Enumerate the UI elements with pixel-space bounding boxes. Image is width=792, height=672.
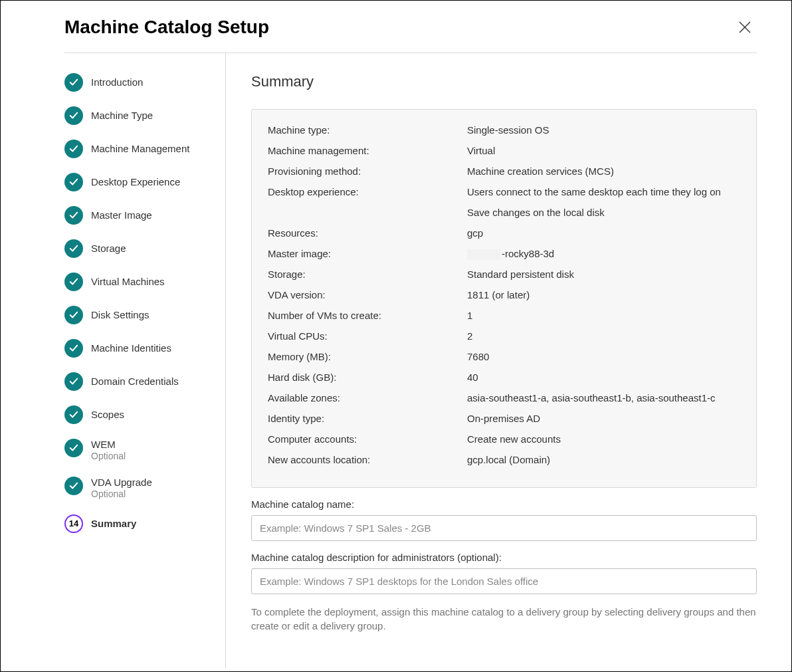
step-title: Scopes xyxy=(91,409,124,421)
summary-row: Provisioning method:Machine creation ser… xyxy=(268,164,740,178)
check-icon xyxy=(64,306,83,324)
summary-row: Available zones:asia-southeast1-a, asia-… xyxy=(268,391,740,405)
step-title: Domain Credentials xyxy=(91,376,179,388)
wizard-step-summary[interactable]: 14Summary xyxy=(64,514,212,533)
check-icon xyxy=(64,173,83,191)
summary-key: Provisioning method: xyxy=(268,164,467,178)
wizard-step-wem[interactable]: WEMOptional xyxy=(64,439,212,462)
summary-panel: Machine type:Single-session OSMachine ma… xyxy=(251,109,757,488)
summary-key: Storage: xyxy=(268,267,467,281)
step-title: VDA Upgrade xyxy=(91,477,152,489)
check-icon xyxy=(64,372,83,391)
wizard-steps-sidebar: IntroductionMachine TypeMachine Manageme… xyxy=(17,53,226,669)
summary-row: Machine management:Virtual xyxy=(268,144,740,158)
step-subtitle: Optional xyxy=(91,451,126,462)
step-title: Machine Identities xyxy=(91,342,171,354)
check-icon xyxy=(64,405,83,424)
summary-row: Hard disk (GB):40 xyxy=(268,370,740,384)
step-title: WEM xyxy=(91,439,126,451)
summary-row: Resources:gcp xyxy=(268,226,740,240)
summary-value: Single-session OS xyxy=(467,123,740,137)
summary-key: Machine management: xyxy=(268,144,467,158)
wizard-step-machine-type[interactable]: Machine Type xyxy=(64,106,212,125)
catalog-name-input[interactable] xyxy=(251,515,757,541)
summary-row: VDA version:1811 (or later) xyxy=(268,288,740,302)
summary-key: Memory (MB): xyxy=(268,350,467,364)
check-icon xyxy=(64,206,83,225)
check-icon xyxy=(64,339,83,358)
redacted-segment xyxy=(467,249,500,260)
summary-value: Standard persistent disk xyxy=(467,267,740,281)
summary-row: Memory (MB):7680 xyxy=(268,350,740,364)
summary-row: Machine type:Single-session OS xyxy=(268,123,740,137)
summary-key: Resources: xyxy=(268,226,467,240)
summary-value: gcp.local (Domain) xyxy=(467,453,740,467)
summary-row: New accounts location:gcp.local (Domain) xyxy=(268,453,740,467)
wizard-step-virtual-machines[interactable]: Virtual Machines xyxy=(64,273,212,291)
wizard-step-desktop-experience[interactable]: Desktop Experience xyxy=(64,173,212,191)
summary-row: Storage:Standard persistent disk xyxy=(268,267,740,281)
catalog-desc-input[interactable] xyxy=(251,568,757,594)
dialog-title: Machine Catalog Setup xyxy=(64,17,269,38)
step-title: Master Image xyxy=(91,209,152,221)
wizard-step-machine-management[interactable]: Machine Management xyxy=(64,140,212,158)
summary-key: Virtual CPUs: xyxy=(268,329,467,343)
check-icon xyxy=(64,477,83,495)
step-title: Machine Management xyxy=(91,143,189,155)
summary-value: Machine creation services (MCS) xyxy=(467,164,740,178)
step-title: Virtual Machines xyxy=(91,276,165,288)
check-icon xyxy=(64,73,83,92)
summary-value: gcp xyxy=(467,226,740,240)
wizard-step-master-image[interactable]: Master Image xyxy=(64,206,212,225)
step-title: Summary xyxy=(91,518,136,530)
summary-row: Desktop experience:Users connect to the … xyxy=(268,185,740,219)
help-text: To complete the deployment, assign this … xyxy=(251,605,757,633)
check-icon xyxy=(64,439,83,457)
catalog-desc-label: Machine catalog description for administ… xyxy=(251,552,757,563)
summary-value: 1811 (or later) xyxy=(467,288,740,302)
summary-value: Virtual xyxy=(467,144,740,158)
wizard-step-machine-identities[interactable]: Machine Identities xyxy=(64,339,212,358)
wizard-step-vda-upgrade[interactable]: VDA UpgradeOptional xyxy=(64,477,212,500)
wizard-step-domain-credentials[interactable]: Domain Credentials xyxy=(64,372,212,391)
close-icon xyxy=(738,21,751,34)
summary-key: Identity type: xyxy=(268,411,467,425)
summary-value: asia-southeast1-a, asia-southeast1-b, as… xyxy=(467,391,740,405)
summary-row: Master image:-rocky88-3d xyxy=(268,247,740,261)
wizard-content: Summary Machine type:Single-session OSMa… xyxy=(226,53,789,669)
wizard-step-scopes[interactable]: Scopes xyxy=(64,405,212,424)
summary-key: Available zones: xyxy=(268,391,467,405)
summary-row: Identity type:On-premises AD xyxy=(268,411,740,425)
summary-row: Computer accounts:Create new accounts xyxy=(268,432,740,446)
summary-key: VDA version: xyxy=(268,288,467,302)
wizard-step-introduction[interactable]: Introduction xyxy=(64,73,212,92)
summary-row: Number of VMs to create:1 xyxy=(268,308,740,322)
summary-row: Virtual CPUs:2 xyxy=(268,329,740,343)
step-title: Disk Settings xyxy=(91,309,149,321)
content-heading: Summary xyxy=(251,73,757,90)
summary-value: On-premises AD xyxy=(467,411,740,425)
check-icon xyxy=(64,106,83,125)
summary-value: 7680 xyxy=(467,350,740,364)
step-title: Storage xyxy=(91,243,126,255)
wizard-step-storage[interactable]: Storage xyxy=(64,239,212,258)
summary-key: Number of VMs to create: xyxy=(268,308,467,322)
summary-value: 1 xyxy=(467,308,740,322)
wizard-step-disk-settings[interactable]: Disk Settings xyxy=(64,306,212,324)
check-icon xyxy=(64,140,83,158)
summary-key: Machine type: xyxy=(268,123,467,137)
dialog-machine-catalog-setup: Machine Catalog Setup IntroductionMachin… xyxy=(3,3,789,669)
check-icon xyxy=(64,273,83,291)
summary-key: Master image: xyxy=(268,247,467,261)
summary-value: -rocky88-3d xyxy=(467,247,740,261)
step-number-badge: 14 xyxy=(64,514,83,533)
summary-value: Create new accounts xyxy=(467,432,740,446)
dialog-header: Machine Catalog Setup xyxy=(3,3,789,53)
step-title: Machine Type xyxy=(91,110,153,122)
summary-value: 40 xyxy=(467,370,740,384)
summary-scroll[interactable]: Machine type:Single-session OSMachine ma… xyxy=(252,110,756,487)
summary-key: New accounts location: xyxy=(268,453,467,467)
close-button[interactable] xyxy=(733,17,757,39)
catalog-name-label: Machine catalog name: xyxy=(251,499,757,510)
step-title: Desktop Experience xyxy=(91,176,180,188)
